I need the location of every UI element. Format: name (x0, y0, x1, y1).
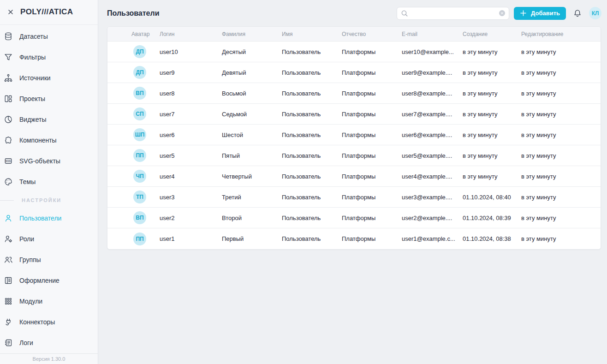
sidebar-item-datasets[interactable]: Датасеты (0, 26, 98, 47)
table-row[interactable]: ВП user8 Восьмой Пользователь Платформы … (107, 83, 601, 104)
row-avatar: СП (133, 107, 146, 120)
avatar-cell: ВП (107, 87, 160, 100)
user-gear-icon (4, 234, 13, 244)
lastname-cell: Четвертый (222, 173, 282, 180)
users-icon (4, 255, 13, 264)
lastname-cell: Пятый (222, 152, 282, 159)
row-avatar: ШП (133, 128, 146, 141)
email-cell: user3@example.... (402, 194, 463, 201)
palette-icon (4, 177, 13, 186)
email-cell: user9@example.... (402, 69, 463, 76)
sidebar-item-users[interactable]: Пользователи (0, 208, 98, 229)
sidebar-item-logs[interactable]: Логи (0, 333, 98, 353)
filter-icon (4, 53, 13, 62)
lastname-cell: Третий (222, 194, 282, 201)
search-box[interactable] (397, 7, 509, 20)
row-avatar: ДП (133, 45, 146, 58)
sidebar-item-label: Модули (19, 298, 42, 305)
edited-cell: в эту минуту (521, 131, 601, 138)
sidebar-item-widgets[interactable]: Виджеты (0, 109, 98, 130)
sidebar-item-label: SVG-объекты (19, 157, 60, 165)
created-cell: в эту минуту (463, 131, 521, 138)
sidebar-item-filters[interactable]: Фильтры (0, 47, 98, 68)
login-cell: user1 (160, 235, 222, 242)
table-row[interactable]: ШП user6 Шестой Пользователь Платформы u… (107, 125, 601, 145)
search-input[interactable] (411, 10, 496, 17)
table-row[interactable]: СП user7 Седьмой Пользователь Платформы … (107, 104, 601, 125)
sidebar-item-label: Коннекторы (19, 318, 55, 326)
lastname-cell: Девятый (222, 69, 282, 76)
middlename-cell: Платформы (342, 173, 402, 180)
edited-cell: в эту минуту (521, 173, 601, 180)
notifications-button[interactable] (573, 9, 582, 18)
sidebar-item-connectors[interactable]: Коннекторы (0, 312, 98, 333)
sidebar-item-projects[interactable]: Проекты (0, 89, 98, 109)
sidebar-item-roles[interactable]: Роли (0, 229, 98, 250)
sidebar-item-label: Компоненты (19, 137, 57, 144)
email-cell: user5@example.... (402, 152, 463, 159)
sidebar-item-label: Фильтры (19, 54, 46, 61)
column-header-created: Создание (463, 31, 521, 37)
login-cell: user5 (160, 152, 222, 159)
firstname-cell: Пользователь (282, 173, 342, 180)
clear-search-icon[interactable] (499, 10, 506, 17)
table-row[interactable]: ЧП user4 Четвертый Пользователь Платформ… (107, 166, 601, 187)
created-cell: 01.10.2024, 08:39 (463, 215, 521, 221)
row-avatar: ТП (133, 191, 146, 203)
firstname-cell: Пользователь (282, 194, 342, 201)
sidebar-item-svg-objects[interactable]: SVG SVG-объекты (0, 151, 98, 172)
email-cell: user7@example.... (402, 111, 463, 118)
sidebar-header: POLY///ATICA (0, 0, 98, 25)
middlename-cell: Платформы (342, 194, 402, 201)
search-icon (400, 9, 409, 18)
database-icon (4, 32, 13, 41)
table-row[interactable]: ТП user3 Третий Пользователь Платформы u… (107, 187, 601, 208)
sidebar-item-design[interactable]: Оформление (0, 270, 98, 291)
sidebar-item-themes[interactable]: Темы (0, 172, 98, 192)
login-cell: user2 (160, 215, 222, 221)
edited-cell: в эту минуту (521, 111, 601, 118)
sidebar-item-modules[interactable]: Модули (0, 291, 98, 312)
avatar-cell: ШП (107, 128, 160, 141)
middlename-cell: Платформы (342, 235, 402, 242)
users-table: Аватар Логин Фамилия Имя Отчество E-mail… (107, 26, 601, 250)
sidebar-item-label: Источники (19, 74, 51, 82)
table-row[interactable]: ВП user2 Второй Пользователь Платформы u… (107, 208, 601, 228)
sidebar-item-groups[interactable]: Группы (0, 250, 98, 270)
row-avatar: ДП (133, 66, 146, 79)
table-row[interactable]: ПП user5 Пятый Пользователь Платформы us… (107, 145, 601, 166)
login-cell: user10 (160, 48, 222, 55)
close-sidebar-button[interactable] (6, 8, 15, 16)
table-header-row: Аватар Логин Фамилия Имя Отчество E-mail… (107, 27, 601, 42)
firstname-cell: Пользователь (282, 48, 342, 55)
sidebar-item-components[interactable]: Компоненты (0, 130, 98, 151)
avatar-cell: ТП (107, 191, 160, 203)
middlename-cell: Платформы (342, 215, 402, 221)
edited-cell: в эту минуту (521, 194, 601, 201)
lastname-cell: Первый (222, 235, 282, 242)
user-avatar[interactable]: КЛ (589, 7, 601, 19)
column-header-login: Логин (160, 31, 222, 37)
sidebar-section-settings: НАСТРОЙКИ (0, 192, 98, 208)
login-cell: user4 (160, 173, 222, 180)
lastname-cell: Шестой (222, 131, 282, 138)
table-row[interactable]: ДП user10 Десятый Пользователь Платформы… (107, 42, 601, 62)
layout-icon (4, 94, 13, 103)
table-row[interactable]: ПП user1 Первый Пользователь Платформы u… (107, 228, 601, 249)
sidebar-nav: Датасеты Фильтры Источники Проекты Видже… (0, 25, 98, 353)
add-user-button[interactable]: Добавить (514, 7, 566, 20)
pie-chart-icon (4, 115, 13, 124)
created-cell: в эту минуту (463, 48, 521, 55)
plug-icon (4, 317, 13, 327)
sidebar-item-sources[interactable]: Источники (0, 68, 98, 89)
firstname-cell: Пользователь (282, 152, 342, 159)
created-cell: 01.10.2024, 08:40 (463, 194, 521, 201)
design-icon (4, 276, 13, 285)
sidebar-item-label: Темы (19, 178, 36, 185)
edited-cell: в эту минуту (521, 90, 601, 97)
table-body: ДП user10 Десятый Пользователь Платформы… (107, 42, 601, 249)
svg-text:SVG: SVG (6, 160, 11, 163)
firstname-cell: Пользователь (282, 235, 342, 242)
sidebar-item-label: Роли (19, 235, 34, 243)
table-row[interactable]: ДП user9 Девятый Пользователь Платформы … (107, 62, 601, 83)
